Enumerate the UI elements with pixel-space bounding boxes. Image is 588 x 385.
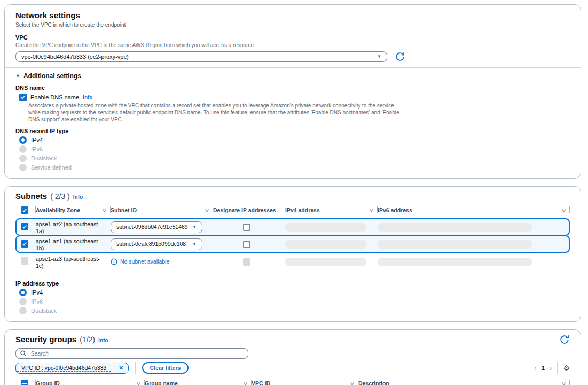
- radio-ip-dualstack: [19, 307, 27, 314]
- caret-down-icon: ▼: [192, 242, 197, 247]
- dns-name-label: DNS name: [15, 84, 570, 91]
- search-input[interactable]: [30, 350, 244, 357]
- vpc-select[interactable]: vpc-0f0c94bd46d47b333 (ec2-proxy-vpc) ▼: [15, 51, 387, 62]
- no-subnet-available-label: No subnet available: [120, 258, 169, 265]
- col-subnet-id: Subnet ID: [111, 207, 137, 213]
- network-settings-title: Network settings: [15, 10, 80, 21]
- sg-select-all-checkbox[interactable]: [21, 380, 28, 385]
- vpc-help-text: Create the VPC endpoint in the VPC in th…: [15, 42, 570, 49]
- check-icon: [20, 95, 26, 100]
- vertical-divider: [557, 362, 558, 374]
- radio-dns-ipv4[interactable]: [19, 136, 27, 144]
- search-icon: [20, 350, 27, 357]
- radio-dns-ipv6-label: IPv6: [31, 146, 43, 152]
- remove-filter-button[interactable]: ✕: [114, 365, 128, 372]
- network-settings-subtitle: Select the VPC in which to create the en…: [15, 21, 570, 28]
- security-groups-search[interactable]: [15, 348, 248, 359]
- vpc-refresh-button[interactable]: [395, 51, 405, 62]
- vpc-label: VPC: [15, 34, 570, 41]
- subnet-row-checkbox[interactable]: [21, 240, 28, 248]
- designate-ip-checkbox[interactable]: [243, 224, 250, 231]
- indeterminate-icon: [22, 383, 27, 384]
- additional-settings-label: Additional settings: [23, 72, 81, 80]
- expand-arrow-icon: ▼: [15, 73, 20, 79]
- ipv6-address-placeholder: [378, 258, 532, 266]
- no-subnet-available[interactable]: No subnet available: [111, 258, 208, 265]
- ipv6-address-placeholder: [378, 240, 532, 249]
- subnets-title: Subnets: [15, 191, 47, 202]
- page-number: 1: [542, 365, 545, 371]
- subnet-select[interactable]: subnet-0eafc891b090dc108 ▼: [111, 238, 202, 250]
- radio-dns-ipv4-label: IPv4: [31, 137, 43, 143]
- sort-icon[interactable]: ▽: [350, 381, 354, 385]
- page-next-button[interactable]: ›: [550, 364, 552, 372]
- dns-name-info-link[interactable]: Info: [83, 95, 92, 101]
- col-vpc-id: VPC ID: [252, 380, 270, 385]
- dns-record-ip-type-label: DNS record IP type: [15, 127, 570, 135]
- security-groups-counter: (1/2): [80, 334, 95, 345]
- enable-dns-name-label: Enable DNS name: [30, 94, 79, 101]
- radio-ip-ipv6-label: IPv6: [31, 298, 43, 305]
- sort-icon[interactable]: ▽: [370, 207, 373, 213]
- col-availability-zone: Availability Zone: [36, 207, 80, 213]
- vertical-divider: [135, 362, 136, 374]
- subnet-row-disabled: apse1-az3 (ap-southeast-1c) No subnet av…: [15, 253, 570, 271]
- security-groups-table-header: Group ID▽ Group name▽ VPC ID▽ Descriptio…: [15, 378, 570, 385]
- subnets-select-all-checkbox[interactable]: [21, 206, 28, 214]
- subnet-select-value: subnet-098db047c91e51469: [116, 224, 188, 230]
- ipv4-address-placeholder: [285, 258, 366, 266]
- col-group-id: Group ID: [36, 380, 60, 385]
- subnets-info-link[interactable]: Info: [73, 192, 83, 203]
- security-groups-refresh-button[interactable]: [559, 334, 570, 345]
- vpc-select-value: vpc-0f0c94bd46d47b333 (ec2-proxy-vpc): [21, 53, 129, 60]
- designate-ip-checkbox[interactable]: [243, 241, 250, 248]
- additional-settings-toggle[interactable]: ▼ Additional settings: [15, 72, 570, 80]
- vpc-filter-token: VPC ID : vpc-0f0c94bd46d47b333 ✕: [15, 363, 129, 374]
- radio-ip-ipv4[interactable]: [19, 289, 27, 296]
- subnet-select[interactable]: subnet-098db047c91e51469 ▼: [111, 221, 202, 233]
- clear-filters-button[interactable]: Clear filters: [142, 362, 189, 374]
- radio-ip-ipv6: [19, 298, 27, 305]
- refresh-icon: [395, 51, 405, 62]
- col-designate-ip: Designate IP addresses: [213, 207, 276, 213]
- subnets-table-header: Availability Zone▽ Subnet ID▽ Designate …: [15, 205, 570, 218]
- radio-ip-dualstack-label: Dualstack: [31, 307, 57, 314]
- subnet-row-checkbox-disabled: [21, 257, 28, 265]
- ip-address-type-label: IP address type: [15, 280, 570, 287]
- subnet-row[interactable]: apse1-az1 (ap-southeast-1b) subnet-0eafc…: [15, 235, 570, 253]
- radio-ip-ipv4-label: IPv4: [31, 289, 43, 296]
- sort-icon[interactable]: ▽: [137, 381, 140, 385]
- page-previous-button[interactable]: ‹: [534, 364, 537, 372]
- check-icon: [22, 224, 27, 229]
- subnet-row[interactable]: apse1-az2 (ap-southeast-1a) subnet-098db…: [15, 218, 570, 236]
- refresh-icon: [559, 334, 570, 345]
- sort-icon[interactable]: ▽: [103, 207, 106, 213]
- check-icon: [22, 241, 27, 247]
- designate-ip-checkbox-disabled: [243, 258, 250, 266]
- subnets-counter: ( 2/3 ): [50, 191, 70, 202]
- network-settings-card: Network settings Select the VPC in which…: [4, 4, 581, 179]
- availability-zone-value: apse1-az3 (ap-southeast-1c): [36, 255, 111, 270]
- enable-dns-name-checkbox[interactable]: [19, 94, 27, 101]
- col-description: Description: [358, 380, 389, 385]
- vpc-filter-token-label: VPC ID : vpc-0f0c94bd46d47b333: [17, 365, 111, 372]
- radio-dns-service-defined-label: Service defined: [31, 164, 72, 171]
- availability-zone-value: apse1-az2 (ap-southeast-1a): [36, 220, 111, 235]
- sort-icon[interactable]: ▽: [562, 207, 566, 213]
- table-settings-gear-icon[interactable]: ⚙: [563, 364, 570, 372]
- caret-down-icon: ▼: [192, 225, 197, 229]
- security-groups-info-link[interactable]: Info: [98, 335, 108, 346]
- subnets-card: Subnets ( 2/3 ) Info Availability Zone▽ …: [4, 186, 581, 322]
- sort-icon[interactable]: ▽: [244, 381, 247, 385]
- ipv6-address-placeholder: [378, 223, 532, 232]
- sort-icon[interactable]: ▽: [205, 207, 209, 213]
- col-ipv6-address: IPv6 address: [378, 207, 412, 213]
- info-circle-icon: [111, 258, 117, 265]
- subnet-row-checkbox[interactable]: [21, 223, 28, 230]
- sort-icon[interactable]: ▽: [562, 381, 566, 385]
- subnet-select-value: subnet-0eafc891b090dc108: [116, 241, 186, 248]
- security-groups-title: Security groups: [15, 334, 76, 345]
- check-icon: [22, 207, 27, 213]
- radio-dns-ipv6: [19, 145, 27, 153]
- security-groups-card: Security groups (1/2) Info VPC ID : vpc-…: [4, 329, 581, 385]
